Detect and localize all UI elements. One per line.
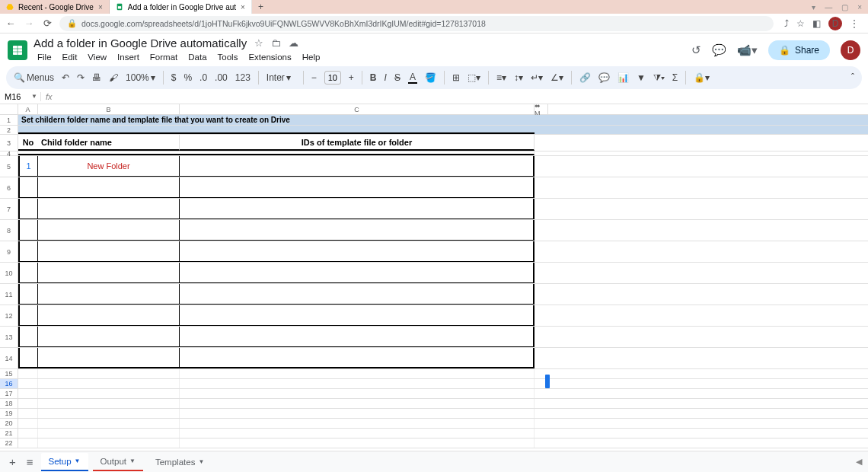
cell[interactable]: [180, 241, 535, 262]
undo-button[interactable]: ↶: [62, 72, 69, 83]
cell[interactable]: [18, 220, 38, 241]
paint-format-button[interactable]: 🖌: [109, 72, 118, 83]
close-icon[interactable]: ×: [241, 3, 245, 11]
col-header[interactable]: ⬌ M: [535, 104, 548, 114]
menu-insert[interactable]: Insert: [113, 51, 143, 63]
merge-button[interactable]: ⬚▾: [468, 72, 480, 83]
row-header[interactable]: 11: [0, 284, 18, 305]
header-cell[interactable]: Child folder name: [38, 135, 180, 151]
cell[interactable]: [180, 305, 535, 326]
cell[interactable]: [180, 263, 535, 283]
cell[interactable]: [18, 399, 38, 408]
cell[interactable]: [38, 399, 180, 408]
strikethrough-button[interactable]: S: [394, 72, 400, 83]
cell[interactable]: [38, 284, 180, 305]
add-sheet-button[interactable]: +: [6, 455, 19, 468]
cell[interactable]: [180, 399, 535, 408]
borders-button[interactable]: ⊞: [452, 72, 460, 83]
profile-avatar[interactable]: D: [828, 17, 842, 30]
menu-format[interactable]: Format: [146, 51, 181, 63]
browser-tab[interactable]: Recent - Google Drive ×: [0, 0, 110, 14]
col-header[interactable]: C: [180, 104, 535, 114]
row-header[interactable]: 17: [0, 389, 18, 398]
col-header[interactable]: B: [38, 104, 180, 114]
increase-font-button[interactable]: +: [349, 72, 354, 83]
menu-tools[interactable]: Tools: [214, 51, 242, 63]
close-icon[interactable]: ×: [98, 3, 103, 11]
link-button[interactable]: 🔗: [579, 72, 591, 83]
currency-button[interactable]: $: [171, 72, 177, 83]
row-header[interactable]: 8: [0, 220, 18, 241]
row-header[interactable]: 19: [0, 409, 18, 418]
italic-button[interactable]: I: [385, 72, 387, 83]
selection-handle[interactable]: [545, 375, 550, 388]
header-cell[interactable]: IDs of template file or folder: [180, 135, 535, 151]
sheet-tab-templates[interactable]: Templates▼: [148, 454, 212, 470]
document-title[interactable]: Add a folder in Google Drive automatical…: [34, 37, 247, 49]
cell[interactable]: [38, 348, 180, 368]
close-window-button[interactable]: ×: [857, 3, 862, 11]
menu-data[interactable]: Data: [184, 51, 210, 63]
h-align-button[interactable]: ≡▾: [496, 72, 506, 83]
maximize-button[interactable]: ▢: [841, 3, 848, 11]
row-header[interactable]: 12: [0, 305, 18, 326]
cell[interactable]: [18, 263, 38, 283]
cell[interactable]: [38, 220, 180, 241]
row-header[interactable]: 6: [0, 177, 18, 198]
increase-decimal-button[interactable]: .00: [215, 72, 228, 83]
cell[interactable]: [180, 369, 535, 378]
sheet-tab-output[interactable]: Output▼: [93, 453, 143, 471]
forward-button[interactable]: →: [23, 18, 35, 29]
chart-button[interactable]: 📊: [617, 72, 629, 83]
header-cell[interactable]: No: [18, 135, 38, 151]
col-header[interactable]: A: [18, 104, 38, 114]
cell[interactable]: [180, 429, 535, 438]
cell[interactable]: [18, 439, 38, 448]
cell[interactable]: [38, 409, 180, 418]
cell[interactable]: [38, 419, 180, 428]
cell[interactable]: [180, 284, 535, 305]
cell[interactable]: [180, 439, 535, 448]
row-header[interactable]: 4: [0, 151, 18, 155]
cell[interactable]: [18, 177, 38, 198]
cell[interactable]: [38, 439, 180, 448]
cell[interactable]: [180, 199, 535, 219]
account-avatar[interactable]: D: [841, 40, 860, 60]
menu-edit[interactable]: Edit: [59, 51, 81, 63]
sheet-tab-setup[interactable]: Setup▼: [41, 453, 88, 471]
cell[interactable]: [18, 379, 38, 388]
filter-views-button[interactable]: ⧩▾: [653, 72, 665, 83]
row-header[interactable]: 20: [0, 419, 18, 428]
cell[interactable]: [18, 305, 38, 326]
share-button[interactable]: 🔒 Share: [768, 40, 830, 60]
cell[interactable]: [18, 241, 38, 262]
history-icon[interactable]: ↺: [691, 43, 701, 57]
reload-button[interactable]: ⟳: [41, 18, 53, 29]
browser-tab[interactable]: Add a folder in Google Drive aut ×: [110, 0, 252, 14]
collapse-toolbar-button[interactable]: ˆ: [851, 72, 854, 83]
bookmark-icon[interactable]: ☆: [796, 18, 805, 29]
cell[interactable]: [38, 199, 180, 219]
comments-icon[interactable]: 💬: [712, 43, 726, 57]
cell[interactable]: [180, 379, 535, 388]
cell[interactable]: [38, 177, 180, 198]
row-header[interactable]: 9: [0, 241, 18, 262]
cell[interactable]: [18, 126, 535, 134]
row-header[interactable]: 16: [0, 379, 18, 388]
row-header[interactable]: 1: [0, 115, 18, 125]
cell[interactable]: [18, 429, 38, 438]
cell[interactable]: [38, 389, 180, 398]
minimize-button[interactable]: —: [825, 3, 832, 11]
cell[interactable]: [18, 199, 38, 219]
menu-view[interactable]: View: [84, 51, 110, 63]
zoom-dropdown[interactable]: 100% ▾: [126, 72, 155, 83]
decrease-decimal-button[interactable]: .0: [199, 72, 207, 83]
cell[interactable]: [180, 419, 535, 428]
more-button[interactable]: 🔒▾: [694, 72, 710, 83]
rotate-button[interactable]: ∠▾: [550, 72, 563, 83]
decrease-font-button[interactable]: −: [311, 72, 317, 83]
row-header[interactable]: 2: [0, 126, 18, 134]
text-color-button[interactable]: A: [408, 72, 417, 84]
cell[interactable]: [38, 369, 180, 378]
cloud-status-icon[interactable]: ☁: [289, 37, 298, 49]
